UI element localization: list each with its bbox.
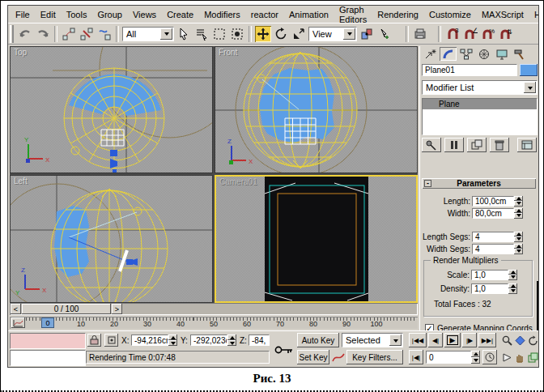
window-crossing-selection-icon[interactable] [229,26,245,42]
viewport-label-top[interactable]: Top [14,48,27,57]
trackbar-current-frame[interactable]: 0 [41,317,54,328]
make-unique-icon[interactable] [467,138,487,152]
field-of-view-icon[interactable] [501,350,513,364]
viewport-label-camera[interactable]: Camera01 [219,177,257,186]
modifier-stack-item[interactable]: Plane [423,99,537,109]
chevron-down-icon[interactable] [160,28,172,40]
absolute-mode-toggle-icon[interactable] [104,334,118,347]
menu-create[interactable]: Create [167,10,193,19]
viewport-front[interactable]: Z X Front [215,46,418,173]
mini-curve-editor-icon[interactable] [11,317,25,328]
width-spinner[interactable] [514,208,523,219]
viewport-label-left[interactable]: Left [14,177,28,185]
time-slider-next-button[interactable]: > [112,304,122,314]
remove-modifier-icon[interactable] [490,138,509,152]
chevron-down-icon[interactable] [389,334,402,346]
key-mode-toggle-button[interactable]: |◀| [409,350,423,364]
density-field[interactable]: 1,0 [471,283,508,294]
select-and-rotate-icon[interactable] [273,26,289,42]
track-bar[interactable]: 0 10 20 30 40 50 60 70 80 90 100 0 [10,317,418,329]
menu-graph-editors[interactable]: Graph Editors [339,5,367,24]
redo-icon[interactable] [35,26,51,42]
viewport-label-front[interactable]: Front [219,48,237,57]
menu-group[interactable]: Group [97,10,122,19]
menu-file[interactable]: File [15,10,30,19]
menu-help[interactable]: Help [534,10,539,19]
current-frame-field[interactable]: 0 [426,351,471,364]
modifier-list-dropdown[interactable]: Modifier List [422,80,538,95]
maxscript-mini-listener-input[interactable] [10,350,86,366]
time-slider-handle[interactable]: 0 / 100 [22,304,111,314]
zoom-extents-all-icon[interactable] [514,333,526,347]
go-to-end-button[interactable]: ▶▶| [478,333,496,347]
length-segs-spinner[interactable] [514,232,523,242]
unlink-selection-icon[interactable] [79,26,95,42]
select-and-scale-icon[interactable] [291,26,307,42]
configure-modifier-sets-icon[interactable] [517,138,537,152]
scale-field[interactable]: 1,0 [471,270,508,280]
menu-modifiers[interactable]: Modifiers [204,10,240,19]
bind-to-space-warp-icon[interactable] [96,26,113,42]
time-configuration-icon[interactable] [482,350,497,364]
angle-snap-icon[interactable]: ∠ [462,26,478,42]
pin-stack-icon[interactable] [422,138,441,152]
z-coordinate-field[interactable]: -84, [249,334,270,346]
density-spinner[interactable] [508,283,517,294]
length-spinner[interactable] [514,196,523,207]
tab-display[interactable] [493,47,510,61]
viewport-camera[interactable]: Camera01 [215,175,418,303]
set-keys-key-icon[interactable] [273,334,295,365]
menu-customize[interactable]: Customize [429,10,471,19]
object-name-field[interactable]: Plane01 [422,64,517,76]
select-and-move-icon[interactable] [255,26,271,42]
panel-scrollbar[interactable] [537,281,539,331]
chevron-down-icon[interactable] [343,28,355,40]
menu-maxscript[interactable]: MAXScript [482,10,524,19]
default-in-out-curve-icon[interactable] [332,352,345,363]
show-end-result-icon[interactable] [444,138,464,152]
menu-views[interactable]: Views [133,10,156,19]
x-coordinate-field[interactable]: -94,216cm [131,334,168,346]
select-object-icon[interactable] [176,26,192,42]
menu-rendering[interactable]: Rendering [377,10,419,19]
snap-toggle-3d-icon[interactable]: 3 [444,26,461,42]
maxscript-mini-listener-macro[interactable] [10,333,86,349]
rectangular-selection-region-icon[interactable] [211,26,227,42]
select-by-name-icon[interactable] [193,26,210,42]
scale-spinner[interactable] [508,270,517,280]
menu-reactor[interactable]: reactor [251,10,278,19]
viewport-left[interactable]: Z Y X Left [10,175,213,303]
frame-spinner[interactable] [471,351,480,364]
arc-rotate-icon[interactable] [527,333,539,347]
spinner-snap-icon[interactable]: ⇅ [498,26,514,42]
toolbar-drag-handle[interactable] [10,25,14,43]
pan-hand-icon[interactable] [514,350,526,364]
select-and-link-icon[interactable] [61,26,77,42]
x-spinner[interactable] [168,334,177,346]
undo-icon[interactable] [17,26,33,42]
viewport-top[interactable]: Y X Top [10,46,213,173]
tab-create[interactable] [422,47,439,61]
length-segs-field[interactable]: 4 [472,232,514,242]
zoom-icon[interactable] [501,333,513,347]
reference-coordinate-dropdown[interactable]: View [308,27,357,41]
tab-hierarchy[interactable] [457,47,474,61]
select-and-manipulate-icon[interactable] [376,26,393,42]
auto-key-button[interactable]: Auto Key [297,333,339,347]
play-button[interactable]: ▶ [444,333,461,347]
tab-modify[interactable] [440,47,457,61]
go-to-start-button[interactable]: |◀◀ [409,333,427,347]
min-max-toggle-icon[interactable] [527,350,539,364]
render-scene-icon[interactable] [412,26,428,42]
y-coordinate-field[interactable]: -292,023cr [190,334,227,346]
previous-frame-button[interactable]: ◀| [428,333,443,347]
width-segs-spinner[interactable] [514,244,523,254]
object-color-swatch[interactable] [520,64,538,76]
width-field[interactable]: 80,0cm [472,208,514,219]
y-spinner[interactable] [227,334,236,346]
next-frame-button[interactable]: |▶ [462,333,477,347]
length-field[interactable]: 100,0cm [472,196,514,207]
key-filters-button[interactable]: Key Filters... [346,350,403,364]
parameters-rollout-header[interactable]: - Parameters [422,178,536,189]
chevron-down-icon[interactable] [524,82,536,93]
